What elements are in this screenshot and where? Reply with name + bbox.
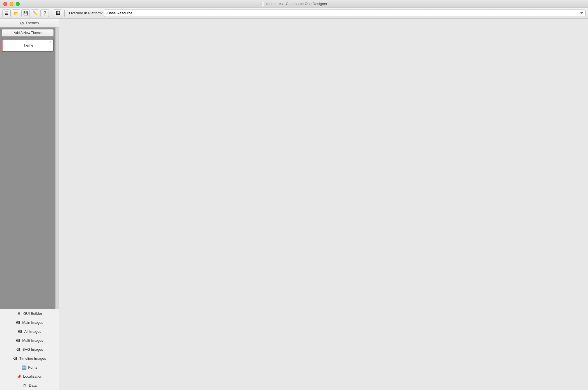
gui-builder-icon: 🖥 bbox=[17, 311, 22, 316]
save-btn[interactable]: 💾 bbox=[21, 9, 30, 17]
timeline-images-nav[interactable]: 🖼 Timeline Images bbox=[0, 354, 59, 363]
fonts-label: Fonts bbox=[28, 365, 37, 370]
help-btn[interactable]: ❓ bbox=[40, 9, 49, 17]
toolbar: ☰ 📂 💾 ✏️ ❓ 🖼 Override In Platform: [Base… bbox=[0, 8, 588, 19]
localization-nav[interactable]: 📌 Localization bbox=[0, 372, 59, 381]
main-images-icon: 🖼 bbox=[15, 320, 20, 325]
edit-btn[interactable]: ✏️ bbox=[31, 9, 39, 17]
title-bar: 📄 theme.res - Codename One Designer bbox=[0, 0, 588, 8]
sidebar-header: 🗂 Themes bbox=[0, 19, 59, 27]
all-images-nav[interactable]: 🖼 All Images bbox=[0, 327, 59, 336]
sidebar-inner: Add A New Theme Theme ✕ bbox=[0, 27, 59, 309]
svg-images-icon: 🖼 bbox=[16, 347, 21, 352]
timeline-images-label: Timeline Images bbox=[19, 356, 46, 361]
fonts-nav[interactable]: 🔤 Fonts bbox=[0, 363, 59, 372]
main-content bbox=[59, 19, 588, 390]
close-button[interactable] bbox=[3, 2, 7, 6]
data-nav[interactable]: 🗒 Data bbox=[0, 381, 59, 390]
all-images-icon: 🖼 bbox=[17, 329, 22, 334]
multi-images-nav[interactable]: 🖼 Multi-Images bbox=[0, 336, 59, 345]
all-images-label: All Images bbox=[24, 329, 41, 334]
sidebar-container: 🗂 Themes Add A New Theme Theme ✕ bbox=[0, 19, 59, 390]
fonts-icon: 🔤 bbox=[21, 365, 26, 370]
main-images-label: Main Images bbox=[22, 320, 43, 325]
timeline-images-icon: 🖼 bbox=[13, 356, 18, 361]
menu-btn[interactable]: ☰ bbox=[2, 9, 11, 17]
menu-icon: ☰ bbox=[5, 11, 8, 15]
doc-icon: 📄 bbox=[261, 2, 265, 6]
theme-item-label: Theme bbox=[22, 43, 33, 47]
localization-label: Localization bbox=[23, 374, 42, 378]
scrollbar-track[interactable] bbox=[55, 27, 59, 309]
add-new-theme-label: Add A New Theme bbox=[14, 31, 42, 35]
toolbar-separator-1 bbox=[51, 10, 51, 17]
image-btn[interactable]: 🖼 bbox=[54, 9, 62, 17]
image-icon: 🖼 bbox=[56, 11, 60, 15]
maximize-button[interactable] bbox=[16, 2, 20, 6]
svg-images-nav[interactable]: 🖼 SVG Images bbox=[0, 345, 59, 354]
themes-icon: 🗂 bbox=[20, 21, 24, 25]
gui-builder-label: GUI Builder bbox=[23, 311, 42, 316]
main-layout: 🗂 Themes Add A New Theme Theme ✕ bbox=[0, 19, 588, 390]
toolbar-separator-2 bbox=[64, 10, 65, 17]
bottom-nav: 🖥 GUI Builder 🖼 Main Images 🖼 All Images… bbox=[0, 309, 59, 390]
main-images-nav[interactable]: 🖼 Main Images bbox=[0, 318, 59, 327]
svg-images-label: SVG Images bbox=[22, 347, 43, 352]
theme-item-close-icon[interactable]: ✕ bbox=[49, 40, 52, 44]
help-icon: ❓ bbox=[42, 11, 47, 15]
add-new-theme-button[interactable]: Add A New Theme bbox=[2, 29, 54, 36]
sidebar-header-label: Themes bbox=[26, 21, 39, 25]
sidebar-content: Add A New Theme Theme ✕ bbox=[0, 27, 55, 309]
traffic-lights bbox=[3, 2, 20, 6]
edit-icon: ✏️ bbox=[33, 11, 38, 15]
multi-images-icon: 🖼 bbox=[15, 338, 20, 343]
gui-builder-nav[interactable]: 🖥 GUI Builder bbox=[0, 309, 59, 318]
theme-item[interactable]: Theme ✕ bbox=[2, 39, 54, 52]
sidebar-panels: 🗂 Themes Add A New Theme Theme ✕ bbox=[0, 19, 59, 390]
data-icon: 🗒 bbox=[22, 383, 27, 388]
window-title: 📄 theme.res - Codename One Designer bbox=[261, 2, 327, 6]
multi-images-label: Multi-Images bbox=[22, 338, 43, 343]
localization-icon: 📌 bbox=[16, 374, 21, 379]
minimize-button[interactable] bbox=[10, 2, 13, 6]
folder-icon: 📂 bbox=[14, 11, 19, 15]
open-btn[interactable]: 📂 bbox=[12, 9, 20, 17]
save-icon: 💾 bbox=[23, 11, 28, 15]
override-label: Override In Platform: bbox=[69, 11, 103, 15]
data-label: Data bbox=[29, 383, 37, 387]
override-platform-select[interactable]: [Base Resource]iOSAndroidWindows Phone bbox=[104, 10, 586, 17]
